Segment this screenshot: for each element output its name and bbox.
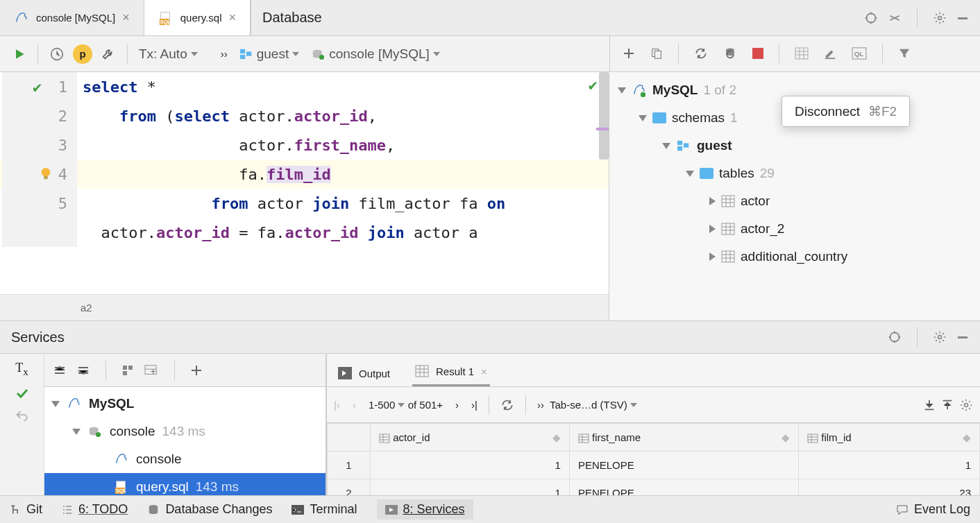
code-line[interactable]: 1✔select * <box>0 72 609 101</box>
download-icon[interactable] <box>923 399 936 411</box>
services-tool[interactable]: 8: Services <box>377 499 473 520</box>
svg-rect-8 <box>240 54 245 58</box>
svg-rect-31 <box>123 366 127 370</box>
minimize-icon[interactable] <box>956 331 969 343</box>
console-selector[interactable]: console [MySQL] <box>305 42 446 66</box>
duplicate-button[interactable] <box>645 43 668 64</box>
database-tree[interactable]: MySQL 1 of 2 schemas 1 guest tables 29 a… <box>609 72 980 320</box>
svg-rect-13 <box>654 51 661 58</box>
add-icon[interactable] <box>190 364 203 377</box>
page-range[interactable]: 1-500 of 501+ <box>369 399 443 411</box>
chevron-right-icon[interactable] <box>709 225 716 233</box>
editor-status: a2 <box>0 294 609 320</box>
bubble-icon <box>896 504 909 515</box>
close-icon[interactable]: × <box>481 366 487 377</box>
chevron-down-icon[interactable] <box>639 115 647 121</box>
stop-button[interactable] <box>747 44 769 63</box>
prev-page-icon[interactable]: ‹ <box>346 399 363 411</box>
chevron-down-icon[interactable] <box>662 143 670 149</box>
table-node[interactable]: actor_2 <box>615 215 974 243</box>
collapse-all-icon[interactable] <box>76 364 90 377</box>
collapse-icon[interactable] <box>888 11 902 25</box>
gear-icon[interactable] <box>933 330 947 344</box>
expand-all-icon[interactable] <box>53 364 67 377</box>
target-icon[interactable] <box>864 11 878 25</box>
tab-label: console [MySQL] <box>36 12 115 24</box>
todo-tool[interactable]: 6: TODO <box>62 502 128 517</box>
ql-icon[interactable]: QL <box>846 43 872 64</box>
chevron-down-icon[interactable] <box>686 171 694 177</box>
services-icon <box>385 505 398 515</box>
result-grid[interactable]: actor_id◆ first_name◆ film_id◆ 11PENELOP… <box>327 423 980 507</box>
run-button[interactable] <box>7 43 32 65</box>
services-title: Services <box>11 329 65 345</box>
tx-mode[interactable]: Tx: Auto <box>133 42 204 66</box>
next-page-icon[interactable]: › <box>448 399 466 411</box>
last-page-icon[interactable]: ›| <box>471 399 478 411</box>
history-button[interactable] <box>44 42 70 66</box>
reload-icon[interactable] <box>500 398 514 412</box>
wrench-icon[interactable] <box>95 42 121 66</box>
menu-item-disconnect[interactable]: Disconnect <box>795 104 860 119</box>
chevron-down-icon[interactable] <box>618 87 626 94</box>
git-icon <box>10 504 21 515</box>
first-page-icon[interactable]: |‹ <box>334 399 340 411</box>
table-icon <box>415 365 429 377</box>
upload-icon[interactable] <box>941 399 954 411</box>
schema-selector[interactable]: guest <box>233 42 305 66</box>
sync-button[interactable] <box>718 42 743 65</box>
sql-file-icon: SQL <box>114 479 129 495</box>
target-icon[interactable] <box>888 330 902 344</box>
more-icon[interactable]: ›› <box>537 399 544 411</box>
p-badge[interactable]: p <box>73 44 92 64</box>
more-icon[interactable]: ›› <box>215 44 233 64</box>
context-menu[interactable]: Disconnect ⌘F2 <box>782 96 910 127</box>
table-node[interactable]: actor <box>615 187 974 215</box>
table-row[interactable]: 11PENELOPE1 <box>328 452 980 479</box>
rollback-icon[interactable] <box>15 409 29 421</box>
minimize-icon[interactable] <box>956 12 969 24</box>
terminal-tool[interactable]: Terminal <box>292 502 357 517</box>
intention-bulb-icon[interactable] <box>40 166 52 182</box>
tab-query[interactable]: SQL query.sql × <box>144 0 251 35</box>
gear-icon[interactable] <box>933 11 947 25</box>
chevron-right-icon[interactable] <box>709 197 716 205</box>
scrollbar-thumb[interactable] <box>599 72 609 160</box>
svg-point-29 <box>938 336 942 339</box>
code-line[interactable]: 5 from actor join film_actor fa on <box>0 189 609 218</box>
tab-console[interactable]: console [MySQL] × <box>0 0 144 35</box>
edit-icon[interactable] <box>818 43 842 64</box>
code-line[interactable]: 4 fa.film_id <box>0 160 609 189</box>
code-line[interactable]: actor.actor_id = fa.actor_id join actor … <box>0 218 609 247</box>
column-header: actor_id◆ <box>371 424 570 452</box>
datasource-name: MySQL <box>652 83 698 98</box>
group-icon[interactable] <box>121 364 134 377</box>
export-format[interactable]: Tab-se…d (TSV) <box>550 399 637 411</box>
add-button[interactable] <box>617 43 641 64</box>
close-icon[interactable]: × <box>229 10 237 25</box>
svg-text:+: + <box>151 367 155 377</box>
tab-output[interactable]: Output <box>335 360 393 386</box>
folder-icon <box>652 112 666 123</box>
filter-icon[interactable] <box>893 43 916 64</box>
code-line[interactable]: 3 actor.first_name, <box>0 130 609 160</box>
event-log[interactable]: Event Log <box>896 502 970 517</box>
table-view-icon[interactable] <box>789 43 814 64</box>
commit-icon[interactable] <box>15 388 29 399</box>
refresh-button[interactable] <box>688 42 713 65</box>
gear-icon[interactable] <box>959 398 973 412</box>
svg-rect-24 <box>684 143 688 147</box>
git-tool[interactable]: Git <box>10 502 42 517</box>
table-node[interactable]: additional_country <box>615 243 974 271</box>
svg-point-4 <box>938 16 942 19</box>
db-changes-tool[interactable]: Database Changes <box>147 502 272 517</box>
tab-result[interactable]: Result 1 × <box>412 358 490 386</box>
chevron-right-icon[interactable] <box>709 252 716 261</box>
svg-rect-32 <box>128 366 133 370</box>
close-icon[interactable]: × <box>122 10 130 25</box>
code-line[interactable]: 2 from (select actor.actor_id, <box>0 101 609 130</box>
folder-icon <box>700 168 713 179</box>
services-tree[interactable]: MySQL console 143 ms console SQL query.s… <box>44 387 326 504</box>
tx-icon[interactable]: Tx <box>15 361 28 378</box>
filter-icon[interactable]: + <box>144 364 159 377</box>
